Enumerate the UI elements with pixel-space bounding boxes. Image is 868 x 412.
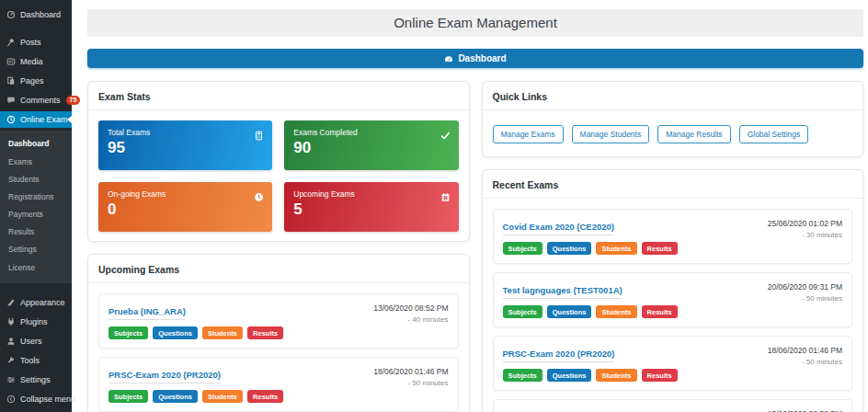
sidebar-item-tools[interactable]: Tools	[0, 352, 72, 369]
gauge-icon	[444, 54, 453, 63]
sidebar-subitem-settings[interactable]: Settings	[0, 241, 72, 258]
exam-item-left: Covid Exam 2020 (CE2020)SubjectsQuestion…	[503, 217, 678, 255]
sidebar-item-collapse-menu[interactable]: Collapse menu	[0, 391, 72, 407]
exam-item-right: 13/06/2020 08:52 PM- 40 minutes	[768, 407, 842, 412]
sidebar-item-posts[interactable]: Posts	[0, 34, 72, 51]
sidebar-item-label: Comments	[20, 96, 61, 105]
tools-icon	[6, 356, 16, 365]
stats-grid: Total Exams95Exams Completed90On-going E…	[98, 120, 459, 232]
exam-date: 13/06/2020 08:52 PM	[373, 303, 448, 313]
sidebar-item-label: Users	[20, 337, 42, 346]
quick-link-global-settings[interactable]: Global Settings	[739, 125, 809, 143]
exam-item: Prueba (ING_ARA)SubjectsQuestionsStudent…	[98, 293, 459, 349]
exam-badge-subjects[interactable]: Subjects	[503, 369, 542, 382]
exam-badge-subjects[interactable]: Subjects	[108, 326, 148, 339]
stat-card-on-going-exams: On-going Exams0	[98, 182, 272, 232]
exam-link[interactable]: Prueba (ING_ARA)	[108, 304, 186, 320]
exam-stats-card: Exam Stats Total Exams95Exams Completed9…	[87, 81, 470, 242]
sidebar-subitem-payments[interactable]: Payments	[0, 206, 72, 223]
stat-label: On-going Exams	[108, 189, 263, 199]
sidebar-item-comments[interactable]: Comments75	[0, 92, 72, 109]
recent-exams-card: Recent Exams Covid Exam 2020 (CE2020)Sub…	[482, 169, 864, 412]
comments-icon	[6, 96, 16, 105]
exam-link[interactable]: PRSC-Exam 2020 (PR2020)	[108, 368, 221, 383]
exam-duration: - 30 minutes	[768, 231, 842, 239]
page-title: Online Exam Management	[87, 9, 863, 37]
exam-badge-students[interactable]: Students	[596, 305, 636, 318]
sidebar-item-plugins[interactable]: Plugins	[0, 314, 72, 330]
exam-item-left: Prueba (ING_ARA)SubjectsQuestionsStudent…	[108, 302, 283, 339]
recent-exams-title: Recent Exams	[483, 179, 863, 199]
sidebar-item-label: Appearance	[20, 298, 65, 307]
exam-item-left: PRSC-Exam 2020 (PR2020)SubjectsQuestions…	[503, 344, 678, 382]
stat-value: 0	[108, 201, 263, 219]
exam-badges-row: SubjectsQuestionsStudentsResults	[108, 390, 283, 403]
exam-badge-results[interactable]: Results	[642, 369, 678, 382]
sidebar-item-online-exam[interactable]: Online Exam	[0, 111, 72, 128]
exam-item-left: PRSC-Exam 2020 (PR2020)SubjectsQuestions…	[108, 365, 283, 403]
main-content: Online Exam Management Dashboard Exam St…	[72, 0, 868, 412]
sidebar-item-label: Pages	[20, 76, 44, 86]
sidebar-item-label: Posts	[20, 38, 41, 47]
exam-badge-subjects[interactable]: Subjects	[108, 390, 148, 403]
exam-badge-subjects[interactable]: Subjects	[503, 305, 542, 318]
exam-badge-results[interactable]: Results	[247, 326, 283, 339]
sidebar-subitem-license[interactable]: License	[0, 259, 72, 277]
upcoming-exams-list: Prueba (ING_ARA)SubjectsQuestionsStudent…	[98, 293, 459, 412]
exam-badge-questions[interactable]: Questions	[547, 242, 592, 255]
pages-icon	[6, 76, 16, 86]
dashboard-columns: Exam Stats Total Exams95Exams Completed9…	[87, 81, 863, 412]
sidebar-subitem-registrations[interactable]: Registrations	[0, 189, 72, 206]
exam-badge-students[interactable]: Students	[202, 326, 243, 339]
exam-badge-results[interactable]: Results	[642, 305, 678, 318]
exam-badge-questions[interactable]: Questions	[547, 305, 592, 318]
stat-label: Upcoming Exams	[293, 189, 449, 199]
sidebar-item-label: Dashboard	[20, 10, 61, 19]
quick-links-title: Quick Links	[483, 91, 863, 110]
dashboard-button[interactable]: Dashboard	[87, 49, 863, 68]
exam-date: 18/06/2020 01:46 PM	[768, 346, 842, 355]
upcoming-exams-card: Upcoming Exams Prueba (ING_ARA)SubjectsQ…	[87, 254, 470, 412]
exam-link[interactable]: Covid Exam 2020 (CE2020)	[503, 220, 614, 235]
comments-count-badge: 75	[66, 96, 81, 105]
dashboard-button-label: Dashboard	[458, 53, 506, 63]
sidebar-item-users[interactable]: Users	[0, 333, 72, 349]
sidebar-subitem-dashboard[interactable]: Dashboard	[0, 135, 72, 153]
sidebar-item-label: Plugins	[20, 317, 48, 326]
quick-link-manage-exams[interactable]: Manage Exams	[493, 125, 564, 143]
exam-item-right: 20/06/2020 09:31 PM- 50 minutes	[768, 280, 842, 303]
quick-link-manage-students[interactable]: Manage Students	[572, 125, 650, 143]
exam-link[interactable]: Test lagnguages (TEST001A)	[503, 283, 622, 299]
sidebar-item-label: Media	[20, 57, 43, 66]
exam-badges-row: SubjectsQuestionsStudentsResults	[503, 305, 678, 318]
exam-duration: - 50 minutes	[373, 379, 448, 387]
quick-link-manage-results[interactable]: Manage Results	[657, 125, 730, 143]
exam-badge-students[interactable]: Students	[596, 369, 636, 382]
sidebar-subitem-results[interactable]: Results	[0, 223, 72, 241]
exam-badge-subjects[interactable]: Subjects	[503, 242, 542, 255]
exam-badge-questions[interactable]: Questions	[153, 390, 198, 403]
users-icon	[6, 337, 16, 346]
exam-badge-questions[interactable]: Questions	[153, 326, 198, 339]
exam-badge-students[interactable]: Students	[202, 390, 243, 403]
exam-link[interactable]: PRSC-Exam 2020 (PR2020)	[503, 347, 615, 362]
exam-badge-questions[interactable]: Questions	[547, 369, 592, 382]
clock-icon	[254, 189, 264, 200]
sidebar-item-pages[interactable]: Pages	[0, 73, 72, 89]
exam-badge-results[interactable]: Results	[247, 390, 283, 403]
check-icon	[440, 128, 451, 138]
exam-badge-results[interactable]: Results	[642, 242, 678, 255]
exam-badges-row: SubjectsQuestionsStudentsResults	[503, 242, 678, 255]
admin-sidebar: DashboardPostsMediaPagesComments75Online…	[0, 0, 72, 412]
sidebar-item-dashboard[interactable]: Dashboard	[0, 6, 72, 23]
settings-icon	[6, 375, 16, 384]
sidebar-item-media[interactable]: Media	[0, 53, 72, 70]
exam-item-left: Test lagnguages (TEST001A)SubjectsQuesti…	[503, 280, 678, 318]
sidebar-item-appearance[interactable]: Appearance	[0, 294, 72, 311]
collapse-icon	[6, 395, 16, 404]
sidebar-subitem-exams[interactable]: Exams	[0, 154, 72, 171]
sidebar-subitem-students[interactable]: Students	[0, 171, 72, 189]
sidebar-item-settings[interactable]: Settings	[0, 372, 72, 388]
exam-badge-students[interactable]: Students	[596, 242, 636, 255]
stat-value: 5	[293, 201, 449, 219]
